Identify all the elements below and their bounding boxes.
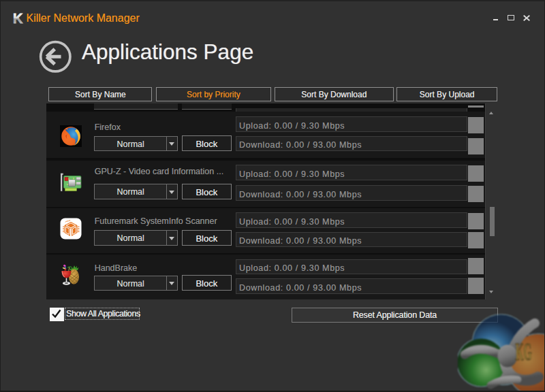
svg-text:KG: KG: [516, 338, 532, 365]
svg-text:K: K: [13, 12, 23, 26]
